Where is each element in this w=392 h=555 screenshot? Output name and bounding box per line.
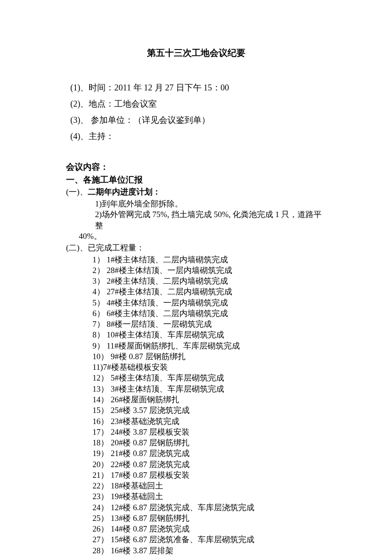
meta-location: (2)、地点：工地会议室: [70, 96, 326, 112]
completed-item: 20） 22#楼 0.87 层浇筑完成: [92, 459, 326, 470]
document-title: 第五十三次工地会议纪要: [66, 47, 326, 59]
completed-item: 26） 14#楼 0.87 层浇筑完成: [92, 523, 326, 534]
completed-item: 19） 21#楼 0.87 层浇筑完成: [92, 448, 326, 459]
completed-item: 15） 25#楼 3.57 层浇筑完成: [92, 405, 326, 416]
completed-item: 10） 9#楼 0.87 层钢筋绑扎: [92, 351, 326, 362]
completed-item: 6） 6#楼主体结顶、二层内墙砌筑完成: [92, 308, 326, 319]
subsection-2: (二)、已完成工程量：: [66, 242, 326, 254]
completed-item: 17） 24#楼 3.87 层模板安装: [92, 427, 326, 437]
completed-item: 13） 3#楼主体结顶、车库层砌筑完成: [92, 384, 326, 394]
completed-item: 24） 12#楼 6.87 层浇筑完成、车库层浇筑完成: [92, 502, 326, 513]
subsection-1: (一)、二期年内进度计划：: [66, 186, 326, 198]
subsection-1-prefix: (一)、: [66, 187, 88, 196]
completed-item: 2） 28#楼主体结顶、一层内墙砌筑完成: [92, 265, 326, 276]
completed-item: 12） 5#楼主体结顶、车库层砌筑完成: [92, 372, 326, 383]
completed-item: 5） 4#楼主体结顶、一层内墙砌筑完成: [92, 297, 326, 308]
completed-item: 25） 13#楼 6.87 层钢筋绑扎: [92, 513, 326, 523]
completed-item: 8） 10#楼主体结顶、车库层砌筑完成: [92, 329, 326, 340]
completed-item: 3） 2#楼主体结顶、二层内墙砌筑完成: [92, 276, 326, 286]
content-header: 会议内容：: [66, 160, 326, 173]
section-1-header: 一、各施工单位汇报: [66, 173, 326, 186]
completed-item: 11)7#楼基础模板安装: [92, 362, 326, 372]
subsection-1-title: 二期年内进度计划：: [88, 187, 161, 196]
completed-item: 16） 23#楼基础浇筑完成: [92, 416, 326, 427]
completed-item: 28） 16#楼 3.87 层排架: [92, 545, 326, 555]
plan-item-2: 2)场外管网完成 75%, 挡土墙完成 50%, 化粪池完成 1 只，道路平整: [95, 209, 326, 231]
plan-item-1: 1)到年底外墙全部拆除。: [95, 198, 326, 209]
plan-item-2-cont: 40%。: [79, 231, 326, 242]
completed-item: 22） 18#楼基础回土: [92, 480, 326, 491]
completed-item: 23） 19#楼基础回土: [92, 491, 326, 502]
meta-host: (4)、主持：: [70, 128, 326, 144]
meta-attendees: (3)、 参加单位：（详见会议鉴到单）: [70, 112, 326, 128]
completed-item: 18） 20#楼 0.87 层钢筋绑扎: [92, 437, 326, 448]
meta-time: (1)、时间：2011 年 12 月 27 日下午 15：00: [70, 79, 326, 96]
completed-item: 14） 26#楼屋面钢筋绑扎: [92, 394, 326, 405]
completed-item: 21） 17#楼 0.87 层模板安装: [92, 470, 326, 480]
completed-item: 9） 11#楼屋面钢筋绑扎、车库层砌筑完成: [92, 340, 326, 351]
completed-item: 27） 15#楼 6.87 层浇筑准备、车库层砌筑完成: [92, 534, 326, 545]
completed-item: 1） 1#楼主体结顶、二层内墙砌筑完成: [92, 254, 326, 265]
completed-item: 4） 27#楼主体结顶、二层内墙砌筑完成: [92, 286, 326, 297]
completed-item: 7） 8#楼一层结顶、一层砌筑完成: [92, 319, 326, 329]
